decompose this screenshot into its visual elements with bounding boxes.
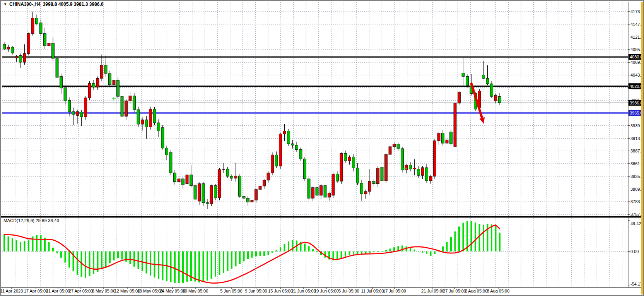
macd-bar (65, 252, 66, 263)
candle (421, 168, 424, 175)
candle (210, 186, 213, 204)
macd-histogram (3, 221, 501, 283)
macd-bar (288, 241, 289, 252)
time-tick-label: 5 Jun 05:00 (220, 289, 243, 293)
macd-bar (292, 240, 294, 252)
macd-bar (130, 252, 131, 264)
candle (316, 188, 318, 195)
time-tick-label: 8 May 05:00 (92, 289, 116, 293)
macd-bar (284, 244, 285, 251)
candle (434, 141, 436, 176)
macd-bar (117, 252, 119, 258)
candle (84, 98, 87, 117)
candle (109, 74, 111, 85)
macd-bar (430, 252, 432, 256)
macd-bar (182, 252, 184, 283)
macd-bar (77, 252, 78, 275)
candle (48, 43, 50, 46)
time-tick-label: 18 May 05:00 (137, 289, 163, 293)
candle (369, 181, 371, 191)
candle (401, 149, 404, 170)
macd-bar (454, 231, 456, 251)
macd-bar (442, 246, 444, 252)
macd-bar (227, 252, 229, 271)
candle (174, 173, 176, 182)
candle (429, 176, 432, 181)
candle (129, 96, 132, 101)
macd-bar (304, 244, 306, 252)
candle (454, 103, 456, 147)
macd-bar (499, 233, 501, 252)
macd-bar (20, 242, 21, 252)
time-tick-label: 30 May 05:00 (183, 289, 208, 293)
down-arrow-annotation[interactable] (471, 83, 485, 124)
candle (486, 79, 489, 84)
candle (145, 120, 148, 127)
time-axis[interactable]: 11 Apr 202317 Apr 05:0021 Apr 05:0027 Ap… (1, 287, 509, 293)
horizontal-gridlines (2, 12, 628, 252)
candle (7, 47, 10, 49)
macd-bar (377, 252, 379, 252)
candle (275, 155, 278, 166)
candle (332, 174, 335, 195)
chart-shift-stripe (641, 2, 643, 294)
candle (490, 84, 493, 96)
macd-tick-label: 49.42 (630, 221, 641, 226)
macd-bar (251, 252, 253, 258)
candle (121, 96, 123, 116)
macd-bar (349, 252, 350, 255)
macd-bar (389, 248, 391, 251)
candle (356, 168, 359, 183)
candle (11, 47, 14, 53)
candle (291, 144, 294, 145)
chart-canvas[interactable]: 4173.04147.04121.04095.04069.04043.04017… (1, 1, 644, 296)
candle (113, 80, 115, 85)
candle (348, 157, 351, 161)
macd-bar (3, 234, 5, 251)
price-badge-label: 4020.0 (630, 84, 643, 89)
candle (397, 144, 400, 149)
macd-bar (56, 252, 58, 253)
time-tick-label: 2 Aug 05:00 (465, 289, 488, 293)
macd-bar (337, 252, 338, 260)
candle (255, 190, 258, 200)
macd-bar (414, 250, 415, 252)
macd-bar (410, 248, 411, 252)
candle (437, 133, 440, 141)
candle (299, 149, 302, 159)
candle (405, 165, 408, 170)
candle (80, 112, 83, 117)
candle (247, 198, 249, 202)
plus-mark-annotation (112, 97, 116, 101)
macd-bar (463, 223, 464, 252)
macd-bar (174, 252, 176, 283)
candle (344, 154, 347, 161)
candle (442, 133, 444, 143)
macd-bar (483, 225, 484, 252)
macd-bar (89, 252, 91, 276)
candle (279, 134, 282, 166)
candle (194, 186, 196, 199)
candle (137, 110, 140, 124)
macd-bar (133, 252, 135, 267)
macd-bar (113, 252, 115, 260)
candle (340, 154, 343, 181)
macd-bar (491, 224, 492, 252)
macd-bar (12, 238, 13, 252)
candle (3, 44, 6, 49)
candle (182, 179, 184, 185)
time-tick-label: 27 Jul 05:00 (443, 289, 466, 293)
candle (296, 145, 298, 149)
macd-bar (381, 251, 383, 252)
time-tick-label: 21 Apr 05:00 (46, 289, 70, 293)
macd-axis[interactable]: 49.420.00-54.17 (628, 221, 642, 286)
macd-bar (40, 235, 42, 252)
candle (218, 169, 221, 198)
candle (157, 123, 160, 131)
candle (239, 176, 241, 196)
time-tick-label: 27 Apr 05:00 (69, 289, 93, 293)
candle (360, 183, 363, 194)
macd-bar (263, 252, 265, 256)
macd-bar (426, 252, 427, 254)
time-tick-label: 8 Aug 05:00 (487, 289, 510, 293)
